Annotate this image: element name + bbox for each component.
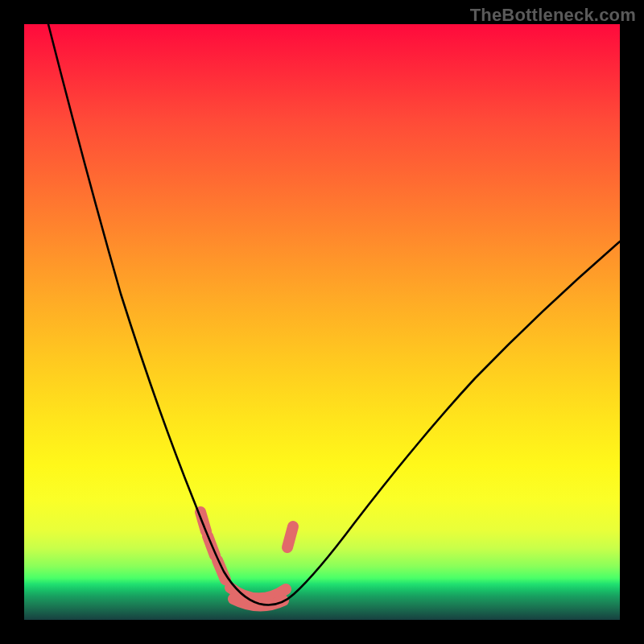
- marker-seg: [217, 560, 225, 580]
- watermark-text: TheBottleneck.com: [470, 5, 636, 26]
- chart-frame: TheBottleneck.com: [0, 0, 644, 644]
- marker-seg: [287, 526, 293, 547]
- chart-svg: [24, 24, 620, 620]
- sweet-zone-markers: [200, 512, 293, 606]
- bottleneck-curve: [48, 24, 620, 605]
